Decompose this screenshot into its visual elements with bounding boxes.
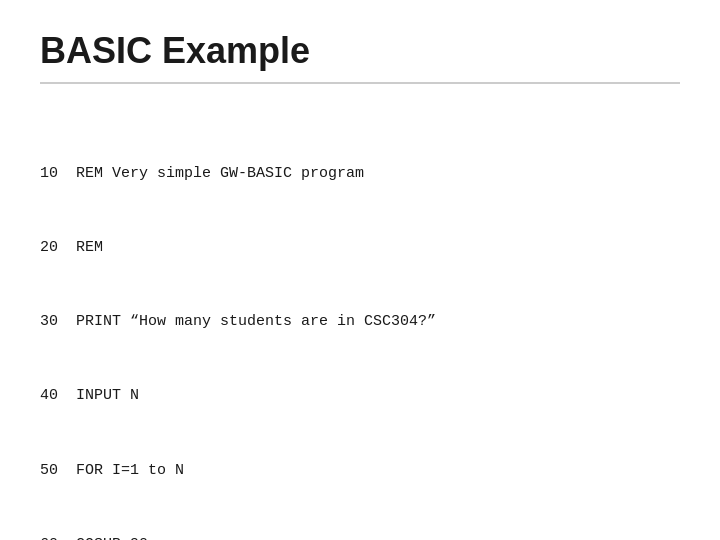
- code-line-1: 10 REM Very simple GW-BASIC program: [40, 162, 680, 187]
- code-line-6: 60 GOSUB 90: [40, 533, 680, 540]
- page: BASIC Example 10 REM Very simple GW-BASI…: [0, 0, 720, 540]
- code-line-4: 40 INPUT N: [40, 384, 680, 409]
- code-line-5: 50 FOR I=1 to N: [40, 459, 680, 484]
- page-title: BASIC Example: [40, 30, 680, 72]
- code-block: 10 REM Very simple GW-BASIC program 20 R…: [40, 112, 680, 540]
- code-line-3: 30 PRINT “How many students are in CSC30…: [40, 310, 680, 335]
- code-line-2: 20 REM: [40, 236, 680, 261]
- title-section: BASIC Example: [40, 30, 680, 84]
